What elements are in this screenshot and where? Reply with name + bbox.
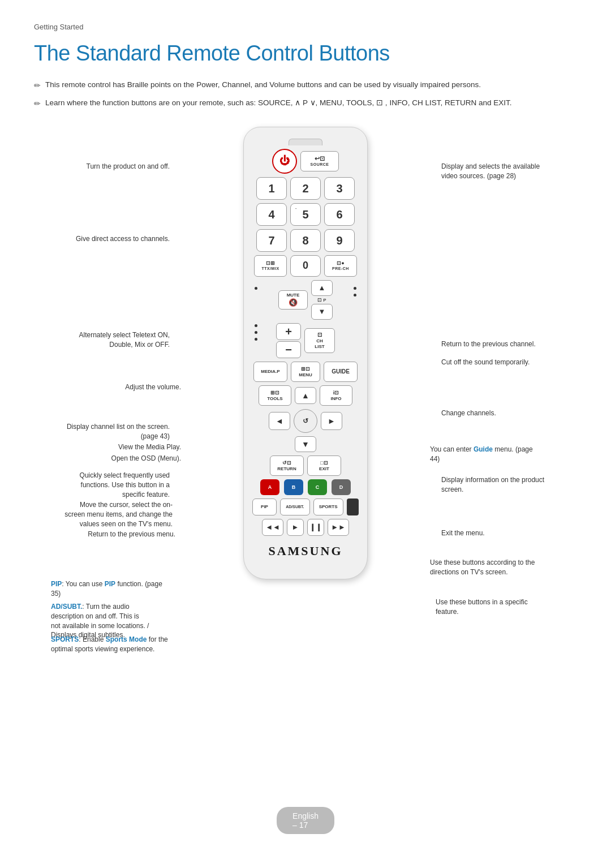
info-label: INFO [330, 396, 341, 402]
btn-2[interactable]: 2 [290, 177, 321, 200]
pause-button[interactable]: ❙❙ [307, 519, 324, 536]
pause-icon: ❙❙ [309, 523, 322, 532]
label-pip: PIP: You can use PIP function. (page35) [51, 579, 192, 599]
label-feature: Use these buttons in a specificfeature. [436, 598, 560, 617]
guide-label: GUIDE [332, 368, 350, 375]
play-icon: ► [292, 523, 299, 532]
note-icon-2: ✏ [34, 98, 41, 110]
label-exit: Exit the menu. [441, 528, 560, 538]
label-info: Display information on the productscreen… [441, 475, 560, 495]
return-button[interactable]: ↺⊡ RETURN [270, 456, 304, 476]
menu-button[interactable]: ⊞⊡ MENU [291, 362, 320, 382]
btn-7[interactable]: 7 [256, 229, 287, 252]
pip-label: PIP [261, 504, 268, 510]
guide-button[interactable]: GUIDE [324, 362, 358, 382]
label-volume: Adjust the volume. [68, 383, 181, 392]
ttx-zero-prech-row: ⊡⊞ TTX/MIX 0 ⊡● PRE-CH [252, 255, 359, 277]
dots-left-vol [255, 286, 257, 291]
prech-label: PRE-CH [332, 267, 349, 271]
dot [255, 338, 257, 341]
adsubt-button[interactable]: AD/SUBT. [280, 499, 310, 515]
btn-3[interactable]: 3 [324, 177, 355, 200]
btn-1[interactable]: 1 [256, 177, 287, 200]
label-return-menu: Return to the previous menu. [51, 530, 175, 539]
guide-blue-label: Guide [474, 445, 493, 453]
prech-button[interactable]: ⊡● PRE-CH [324, 255, 357, 277]
label-source: Display and selects the availablevideo s… [441, 162, 560, 181]
note-text-1: This remote control has Braille points o… [45, 79, 481, 91]
dot [255, 287, 257, 290]
p-down-button[interactable]: ▼ [311, 304, 333, 320]
ch-list-button[interactable]: ⊡ CHLIST [304, 328, 335, 353]
breadcrumb: Getting Started [34, 23, 577, 31]
play-button[interactable]: ► [287, 519, 304, 536]
dot [354, 294, 356, 297]
color-d-button[interactable]: D [332, 479, 351, 495]
btn-8[interactable]: 8 [290, 229, 321, 252]
color-c-button[interactable]: C [308, 479, 327, 495]
exit-button[interactable]: □⊡ EXIT [307, 456, 341, 476]
label-teletext: Alternately select Teletext ON,Double, M… [45, 330, 170, 350]
sports-mode-label: Sports Mode [106, 635, 147, 643]
btn-9[interactable]: 9 [324, 229, 355, 252]
nav-left-button[interactable]: ◄ [269, 412, 290, 430]
note-icon-1: ✏ [34, 80, 41, 92]
nav-up-button[interactable]: ▲ [295, 387, 316, 404]
label-power: Turn the product on and off. [57, 162, 170, 171]
nav-right-button[interactable]: ► [321, 412, 342, 430]
num-row-1: 1 2 3 [252, 177, 359, 200]
num-row-3: 7 8 9 [252, 229, 359, 252]
color-a-button[interactable]: A [260, 479, 279, 495]
color-b-button[interactable]: B [284, 479, 303, 495]
page-number: English – 17 [277, 807, 334, 834]
vol-down-button[interactable]: − [276, 341, 301, 358]
mute-label: MUTE [287, 293, 300, 298]
tools-button[interactable]: ⊞⊡ TOOLS [259, 385, 291, 406]
diagram-container: ⏻ ↩⊡ SOURCE 1 2 3 4 ·5 [34, 127, 577, 647]
label-media: View the Media Play. [68, 442, 181, 452]
mute-button[interactable]: MUTE 🔇 [278, 290, 308, 310]
btn-5[interactable]: ·5 [290, 203, 321, 226]
return-label: RETURN [277, 466, 296, 472]
sports-button[interactable]: SPORTS [313, 499, 343, 515]
label-ch: Change channels. [441, 409, 560, 418]
remote-control: ⏻ ↩⊡ SOURCE 1 2 3 4 ·5 [243, 127, 368, 579]
dot [354, 287, 356, 290]
rewind-button[interactable]: ◄◄ [262, 519, 283, 536]
pip-button[interactable]: PIP [252, 499, 277, 515]
label-prech: Return to the previous channel. [441, 340, 560, 349]
black-square-button[interactable] [347, 499, 359, 515]
adsubt-blue-label: AD/SUBT. [51, 603, 82, 611]
power-button[interactable]: ⏻ [272, 149, 297, 174]
source-button[interactable]: ↩⊡ SOURCE [300, 151, 339, 171]
mute-icon: 🔇 [289, 298, 298, 307]
ff-button[interactable]: ►► [328, 519, 349, 536]
label-osd: Open the OSD (Menu). [57, 454, 181, 463]
p-label-row: ⊡ P [317, 297, 326, 303]
tools-label: TOOLS [267, 396, 282, 402]
menu-label: MENU [299, 372, 312, 378]
media-button[interactable]: MEDIA.P [253, 362, 287, 382]
vol-chlist-row: + − ⊡ CHLIST [252, 323, 359, 358]
label-tools: Quickly select frequently usedfunctions.… [40, 471, 170, 499]
num-row-2: 4 ·5 6 [252, 203, 359, 226]
nav-lr-row: ◄ ↺ ► [252, 409, 359, 433]
media-controls-row: ◄◄ ► ❙❙ ►► [252, 519, 359, 536]
prech-icon: ⊡● [337, 260, 344, 267]
label-chlist: Display channel list on the screen.(page… [40, 422, 170, 441]
p-up-button[interactable]: ▲ [311, 280, 333, 296]
ttx-button[interactable]: ⊡⊞ TTX/MIX [254, 255, 287, 277]
info-button[interactable]: i⊡ INFO [320, 385, 352, 406]
btn-0[interactable]: 0 [290, 255, 321, 277]
vol-buttons: + − [276, 323, 301, 358]
btn-4[interactable]: 4 [256, 203, 287, 226]
source-icon: ↩⊡ [315, 155, 325, 162]
nav-down-button[interactable]: ▼ [295, 436, 316, 452]
btn-6[interactable]: 6 [324, 203, 355, 226]
note-2: ✏ Learn where the function buttons are o… [34, 97, 577, 110]
pip-blue-label2: PIP [105, 580, 115, 588]
vol-up-button[interactable]: + [276, 323, 301, 340]
ch-list-label: CHLIST [315, 338, 324, 349]
return-icon: ↺⊡ [282, 460, 291, 466]
nav-center-button[interactable]: ↺ [294, 409, 317, 433]
